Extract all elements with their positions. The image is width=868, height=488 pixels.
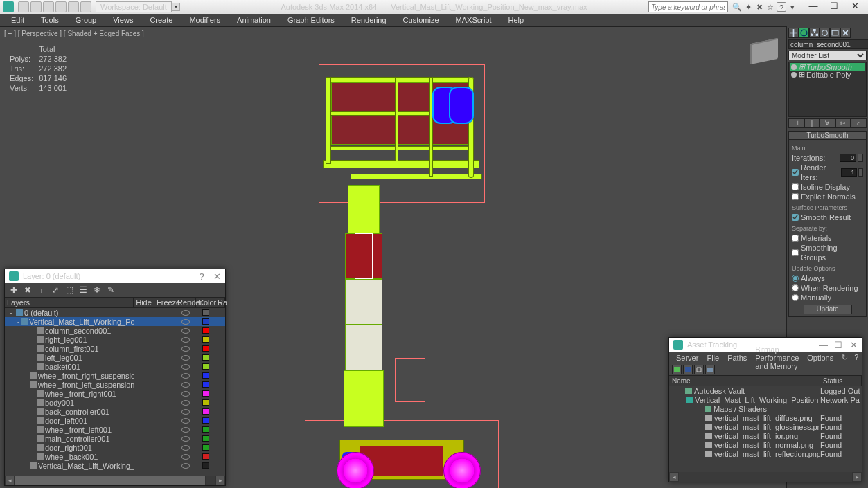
color-cell[interactable] (196, 354, 215, 361)
layer-row[interactable]: door_right001—— (5, 443, 225, 452)
workspace-selector[interactable]: Workspace: Default (96, 1, 172, 12)
col-hide[interactable]: Hide (134, 298, 154, 307)
col-layers[interactable]: Layers (5, 298, 134, 307)
asset-list[interactable]: -Autodesk VaultLogged OutVertical_Mast_L… (669, 386, 862, 472)
remove-modifier-button[interactable]: ✂ (835, 118, 851, 128)
asset-tb-4-icon[interactable] (705, 365, 715, 374)
search-input[interactable] (648, 1, 728, 12)
tab-motion-icon[interactable] (820, 28, 830, 38)
add-to-layer-icon[interactable]: ＋ (37, 285, 46, 295)
close-button[interactable]: ✕ (844, 1, 865, 13)
color-cell[interactable] (196, 336, 215, 343)
asset-row[interactable]: vertical_mast_lift_diffuse.pngFound (669, 413, 862, 422)
render-cell[interactable] (175, 337, 196, 343)
hide-cell[interactable]: — (134, 408, 154, 416)
layer-row[interactable]: basket001—— (5, 362, 225, 371)
favorites-icon[interactable]: ☆ (765, 2, 775, 12)
freeze-cell[interactable]: — (154, 363, 175, 371)
tab-utilities-icon[interactable] (840, 28, 851, 38)
layer-row[interactable]: right_leg001—— (5, 335, 225, 344)
freeze-icon[interactable]: ❄ (92, 285, 102, 295)
freeze-cell[interactable]: — (154, 390, 175, 398)
asset-menu-options[interactable]: Options (804, 354, 836, 362)
layer-row[interactable]: wheel_front_left_suspension001—— (5, 380, 225, 389)
scroll-right-icon[interactable]: ▸ (852, 472, 862, 482)
expand-icon[interactable]: - (17, 318, 19, 325)
spinner-arrows-icon[interactable] (858, 168, 863, 177)
freeze-cell[interactable]: — (154, 336, 175, 344)
tab-create-icon[interactable] (788, 28, 799, 38)
menu-group[interactable]: Group (69, 16, 104, 24)
color-cell[interactable] (196, 381, 215, 388)
color-cell[interactable] (196, 444, 215, 451)
lightbulb-icon[interactable] (791, 72, 797, 78)
freeze-cell[interactable]: — (154, 435, 175, 443)
pin-stack-button[interactable]: ⊣ (788, 118, 804, 128)
layer-row[interactable]: left_leg001—— (5, 353, 225, 362)
layer-row[interactable]: wheel_back001—— (5, 452, 225, 461)
color-cell[interactable] (196, 372, 215, 379)
hide-cell[interactable]: — (134, 417, 154, 425)
freeze-cell[interactable]: — (154, 408, 175, 416)
qat-undo-icon[interactable] (55, 1, 67, 12)
color-cell[interactable] (196, 453, 215, 460)
layer-row[interactable]: wheel_front_right001—— (5, 389, 225, 398)
menu-animation[interactable]: Animation (230, 16, 278, 24)
freeze-cell[interactable]: — (154, 309, 175, 317)
freeze-cell[interactable]: — (154, 381, 175, 389)
render-iters-value[interactable]: 1 (841, 168, 856, 177)
color-cell[interactable] (196, 327, 215, 334)
color-cell[interactable] (196, 462, 215, 469)
expand-icon[interactable]: - (676, 387, 683, 395)
viewport-label[interactable]: [ + ] [ Perspective ] [ Shaded + Edged F… (4, 30, 144, 37)
menu-customize[interactable]: Customize (396, 16, 446, 24)
menu-rendering[interactable]: Rendering (344, 16, 393, 24)
layer-row[interactable]: column_second001—— (5, 326, 225, 335)
render-cell[interactable] (175, 436, 196, 442)
asset-row[interactable]: -Autodesk VaultLogged Out (669, 386, 862, 395)
render-cell[interactable] (175, 454, 196, 460)
asset-menu-paths[interactable]: Paths (725, 354, 750, 362)
color-cell[interactable] (196, 399, 215, 406)
layer-row[interactable]: column_first001—— (5, 344, 225, 353)
menu-maxscript[interactable]: MAXScript (449, 16, 499, 24)
asset-refresh-icon[interactable]: ↻ (839, 353, 849, 363)
freeze-cell[interactable]: — (154, 399, 175, 407)
hide-cell[interactable]: — (134, 381, 154, 389)
render-cell[interactable] (175, 382, 196, 388)
render-cell[interactable] (175, 418, 196, 424)
select-objects-icon[interactable]: ⤢ (51, 285, 60, 295)
freeze-cell[interactable]: — (154, 327, 175, 335)
freeze-cell[interactable]: — (154, 453, 175, 461)
workspace-dropdown-icon[interactable]: ▾ (172, 3, 180, 11)
qat-save-icon[interactable] (43, 1, 54, 12)
layer-row[interactable]: main_controller001—— (5, 434, 225, 443)
menu-create[interactable]: Create (143, 16, 179, 24)
hide-cell[interactable]: — (134, 453, 154, 461)
tab-modify-icon[interactable] (799, 28, 809, 38)
hide-cell[interactable]: — (134, 444, 154, 452)
modifier-list-dropdown[interactable]: Modifier List (788, 51, 867, 60)
color-cell[interactable] (196, 318, 215, 325)
layer-row[interactable]: -0 (default)—— (5, 308, 225, 317)
asset-menu-server[interactable]: Server (673, 354, 701, 362)
lightbulb-icon[interactable] (791, 64, 797, 70)
render-cell[interactable] (175, 400, 196, 406)
exchange-icon[interactable]: ✖ (754, 2, 764, 12)
update-render-radio[interactable]: When Rendering (792, 283, 863, 293)
render-cell[interactable] (175, 319, 196, 325)
layer-props-icon[interactable]: ✎ (106, 285, 116, 295)
smoothing-groups-check[interactable]: Smoothing Groups (792, 243, 863, 262)
object-name-input[interactable] (788, 39, 868, 49)
asset-row[interactable]: vertical_mast_lift_ior.pngFound (669, 431, 862, 440)
qat-link-icon[interactable] (80, 1, 91, 12)
make-unique-button[interactable]: ∀ (820, 118, 835, 128)
layer-row[interactable]: body001—— (5, 398, 225, 407)
scroll-thumb[interactable] (15, 476, 206, 485)
col-render[interactable]: Render (175, 298, 196, 307)
freeze-cell[interactable]: — (154, 318, 175, 326)
render-cell[interactable] (175, 373, 196, 379)
freeze-cell[interactable]: — (154, 426, 175, 434)
update-manual-radio[interactable]: Manually (792, 293, 863, 302)
panel-minimize-icon[interactable]: — (819, 340, 827, 350)
